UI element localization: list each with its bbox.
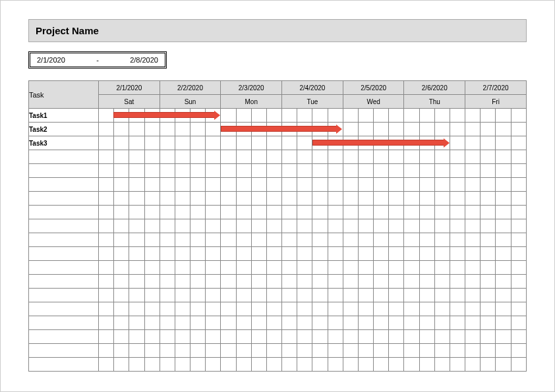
gantt-cell <box>511 150 526 164</box>
gantt-cell <box>312 164 328 178</box>
gantt-cell <box>160 302 175 316</box>
gantt-cell <box>282 192 297 206</box>
gantt-cell <box>343 261 358 275</box>
gantt-cell <box>434 206 450 219</box>
gantt-cell <box>221 275 236 289</box>
gantt-cell <box>190 164 206 178</box>
gantt-cell <box>99 206 114 219</box>
gantt-cell <box>282 233 297 247</box>
gantt-cell <box>160 247 175 261</box>
gantt-cell <box>266 109 281 123</box>
gantt-cell <box>343 164 358 178</box>
gantt-cell <box>297 261 312 275</box>
table-row <box>29 302 527 316</box>
gantt-cell <box>328 358 343 372</box>
gantt-cell <box>358 261 373 275</box>
gantt-cell <box>190 136 206 150</box>
gantt-cell <box>450 206 465 219</box>
gantt-cell <box>251 123 266 136</box>
gantt-cell <box>374 136 389 150</box>
gantt-cell <box>450 192 465 206</box>
gantt-cell <box>175 261 190 275</box>
gantt-cell <box>328 178 343 192</box>
gantt-cell <box>99 316 114 330</box>
gantt-cell <box>374 261 389 275</box>
date-header: 2/7/2020 <box>465 81 527 95</box>
gantt-cell <box>297 358 312 372</box>
gantt-cell <box>221 358 236 372</box>
gantt-cell <box>389 150 404 164</box>
date-range-sep: - <box>96 56 99 64</box>
date-header: 2/4/2020 <box>282 81 343 95</box>
gantt-cell <box>175 302 190 316</box>
gantt-cell <box>328 316 343 330</box>
gantt-cell <box>160 150 175 164</box>
gantt-cell <box>160 330 175 344</box>
gantt-cell <box>511 261 526 275</box>
gantt-cell <box>374 358 389 372</box>
gantt-cell <box>312 316 328 330</box>
gantt-cell <box>374 316 389 330</box>
gantt-cell <box>328 289 343 302</box>
gantt-cell <box>343 330 358 344</box>
gantt-cell <box>481 150 496 164</box>
gantt-cell <box>389 233 404 247</box>
gantt-cell <box>297 109 312 123</box>
gantt-cell <box>481 109 496 123</box>
gantt-cell <box>129 192 144 206</box>
gantt-cell <box>511 178 526 192</box>
gantt-cell <box>511 289 526 302</box>
gantt-cell <box>206 247 221 261</box>
gantt-cell <box>450 247 465 261</box>
gantt-cell <box>297 289 312 302</box>
gantt-cell <box>481 275 496 289</box>
gantt-cell <box>175 150 190 164</box>
gantt-cell <box>190 206 206 219</box>
gantt-cell <box>374 219 389 233</box>
gantt-cell <box>282 178 297 192</box>
gantt-cell <box>481 206 496 219</box>
gantt-cell <box>404 136 419 150</box>
gantt-cell <box>328 302 343 316</box>
gantt-cell <box>175 358 190 372</box>
gantt-cell <box>511 233 526 247</box>
gantt-cell <box>221 247 236 261</box>
gantt-cell <box>129 233 144 247</box>
gantt-cell <box>99 261 114 275</box>
gantt-cell <box>206 178 221 192</box>
gantt-cell <box>251 289 266 302</box>
table-row <box>29 289 527 302</box>
gantt-cell <box>282 358 297 372</box>
gantt-cell <box>297 136 312 150</box>
task-name-cell <box>29 316 99 330</box>
gantt-cell <box>419 192 434 206</box>
gantt-cell <box>328 136 343 150</box>
gantt-cell <box>358 344 373 358</box>
gantt-cell <box>114 233 129 247</box>
gantt-cell <box>389 358 404 372</box>
gantt-cell <box>266 261 281 275</box>
gantt-cell <box>282 136 297 150</box>
gantt-cell <box>297 316 312 330</box>
gantt-cell <box>481 192 496 206</box>
table-row <box>29 247 527 261</box>
table-row <box>29 358 527 372</box>
gantt-cell <box>236 344 251 358</box>
gantt-cell <box>404 178 419 192</box>
gantt-cell <box>374 344 389 358</box>
gantt-cell <box>190 261 206 275</box>
gantt-cell <box>450 109 465 123</box>
gantt-cell <box>99 344 114 358</box>
gantt-cell <box>434 123 450 136</box>
gantt-cell <box>266 150 281 164</box>
gantt-cell <box>144 261 160 275</box>
gantt-cell <box>389 330 404 344</box>
gantt-cell <box>114 123 129 136</box>
gantt-cell <box>114 206 129 219</box>
gantt-cell <box>206 302 221 316</box>
gantt-cell <box>389 219 404 233</box>
gantt-cell <box>312 358 328 372</box>
gantt-cell <box>434 192 450 206</box>
gantt-cell <box>465 275 481 289</box>
gantt-cell <box>206 358 221 372</box>
